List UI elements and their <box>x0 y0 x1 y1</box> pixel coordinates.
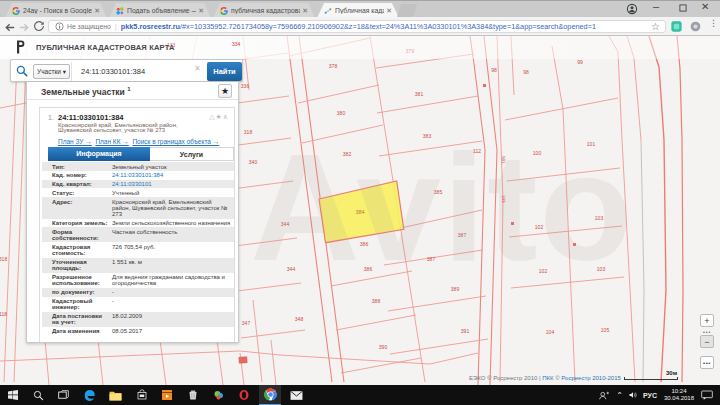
svg-text:390: 390 <box>379 344 388 350</box>
svg-text:99: 99 <box>577 59 583 65</box>
svg-text:336: 336 <box>241 83 250 89</box>
svg-text:347: 347 <box>242 320 251 326</box>
svg-text:378: 378 <box>329 63 338 69</box>
svg-text:98: 98 <box>523 69 529 75</box>
svg-text:98: 98 <box>491 67 497 73</box>
svg-text:105: 105 <box>601 327 610 333</box>
svg-text:388: 388 <box>372 298 381 304</box>
svg-text:381: 381 <box>415 91 424 97</box>
svg-text:348: 348 <box>295 316 304 322</box>
svg-text:104: 104 <box>546 329 555 335</box>
svg-text:380: 380 <box>337 110 346 116</box>
svg-text:318: 318 <box>0 256 7 262</box>
svg-text:391: 391 <box>461 328 470 334</box>
svg-text:118: 118 <box>0 311 7 317</box>
